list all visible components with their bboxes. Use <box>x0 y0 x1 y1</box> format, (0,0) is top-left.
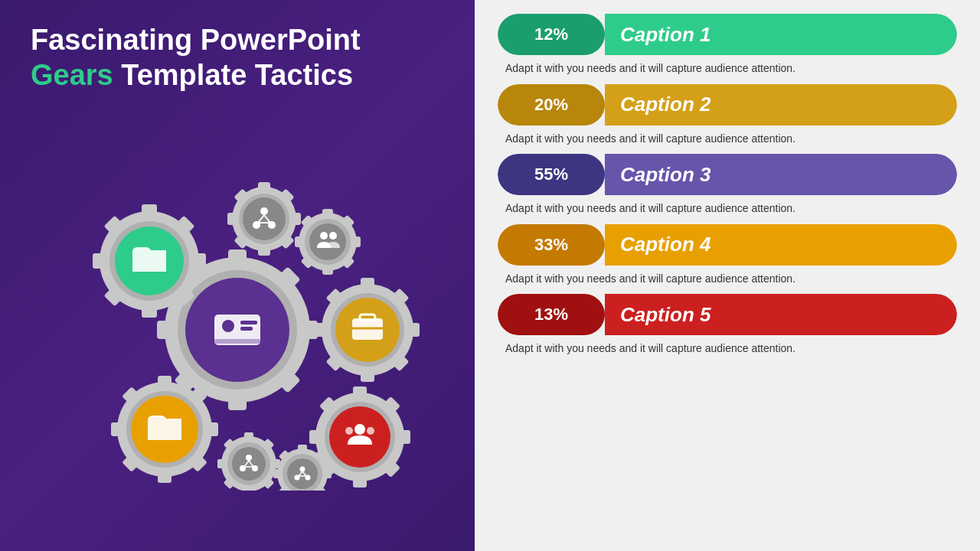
svg-rect-21 <box>93 253 105 269</box>
caption-bar-3: 55%Caption 3 <box>498 154 957 195</box>
svg-point-12 <box>222 320 234 332</box>
slide-title: Fascinating PowerPoint Gears Template Ta… <box>31 23 361 93</box>
svg-rect-48 <box>351 236 361 247</box>
svg-point-55 <box>320 232 328 240</box>
right-panel: 12%Caption 1Adapt it with you needs and … <box>475 0 980 551</box>
svg-rect-18 <box>142 204 157 217</box>
caption-desc-5: Adapt it with you needs and it will capt… <box>498 340 957 361</box>
svg-rect-49 <box>295 236 304 247</box>
caption-desc-1: Adapt it with you needs and it will capt… <box>498 60 957 81</box>
svg-rect-84 <box>353 386 367 397</box>
caption-desc-2: Adapt it with you needs and it will capt… <box>498 130 957 152</box>
caption-percent-4: 33% <box>498 224 605 266</box>
svg-rect-59 <box>361 278 374 289</box>
svg-rect-101 <box>217 459 225 468</box>
svg-point-106 <box>232 447 266 481</box>
svg-rect-5 <box>157 321 172 339</box>
svg-rect-87 <box>309 430 320 444</box>
caption-percent-3: 55% <box>498 154 605 195</box>
caption-label-4: Caption 4 <box>605 224 957 266</box>
svg-rect-46 <box>322 209 333 218</box>
svg-point-93 <box>354 424 365 435</box>
svg-rect-76 <box>111 422 122 436</box>
svg-rect-117 <box>324 469 332 478</box>
svg-rect-14 <box>240 327 253 331</box>
svg-rect-98 <box>244 432 253 440</box>
svg-point-107 <box>246 455 252 461</box>
title-accent: Gears <box>31 59 113 91</box>
caption-block-4: 33%Caption 4Adapt it with you needs and … <box>498 224 957 292</box>
svg-rect-118 <box>273 469 281 478</box>
caption-desc-4: Adapt it with you needs and it will capt… <box>498 270 957 292</box>
svg-point-56 <box>329 232 337 240</box>
caption-label-5: Caption 5 <box>605 294 957 335</box>
svg-rect-30 <box>258 246 270 256</box>
svg-rect-3 <box>228 395 247 410</box>
gears-illustration <box>31 108 444 536</box>
svg-rect-62 <box>315 323 327 337</box>
caption-desc-3: Adapt it with you needs and it will capt… <box>498 200 957 221</box>
svg-point-54 <box>309 223 346 260</box>
svg-rect-2 <box>228 249 247 265</box>
svg-rect-19 <box>142 305 157 318</box>
svg-point-38 <box>260 207 268 215</box>
svg-point-123 <box>287 458 318 489</box>
caption-block-5: 13%Caption 5Adapt it with you needs and … <box>498 294 957 361</box>
title-line2: Template Tactics <box>113 59 353 91</box>
svg-rect-47 <box>322 266 333 275</box>
caption-block-2: 20%Caption 2Adapt it with you needs and … <box>498 84 957 152</box>
svg-rect-60 <box>361 370 374 382</box>
caption-bar-2: 20%Caption 2 <box>498 84 957 126</box>
caption-block-3: 55%Caption 3Adapt it with you needs and … <box>498 154 957 221</box>
svg-rect-85 <box>353 477 367 487</box>
caption-bar-1: 12%Caption 1 <box>498 14 957 55</box>
title-line1: Fascinating PowerPoint <box>31 24 361 56</box>
caption-label-2: Caption 2 <box>605 84 957 126</box>
svg-rect-73 <box>158 376 172 387</box>
caption-bar-4: 33%Caption 4 <box>498 224 957 266</box>
caption-percent-2: 20% <box>498 84 605 126</box>
svg-rect-32 <box>227 213 237 225</box>
svg-rect-15 <box>214 339 260 344</box>
svg-rect-20 <box>194 253 206 269</box>
left-panel: Fascinating PowerPoint Gears Template Ta… <box>0 0 475 551</box>
caption-bar-5: 13%Caption 5 <box>498 294 957 335</box>
caption-percent-5: 13% <box>498 294 605 335</box>
caption-label-1: Caption 1 <box>605 14 957 55</box>
svg-rect-75 <box>207 422 218 436</box>
svg-rect-31 <box>291 213 301 225</box>
svg-point-124 <box>300 467 305 472</box>
svg-rect-86 <box>400 430 410 444</box>
caption-label-3: Caption 3 <box>605 154 957 195</box>
svg-rect-61 <box>408 323 420 337</box>
caption-block-1: 12%Caption 1Adapt it with you needs and … <box>498 14 957 81</box>
svg-rect-115 <box>298 445 307 452</box>
svg-point-94 <box>345 427 353 435</box>
svg-rect-74 <box>158 471 172 483</box>
caption-percent-1: 12% <box>498 14 605 55</box>
svg-rect-99 <box>244 487 253 491</box>
svg-point-95 <box>367 427 374 435</box>
svg-rect-29 <box>258 182 270 192</box>
svg-rect-13 <box>240 321 257 324</box>
svg-point-37 <box>243 197 286 240</box>
